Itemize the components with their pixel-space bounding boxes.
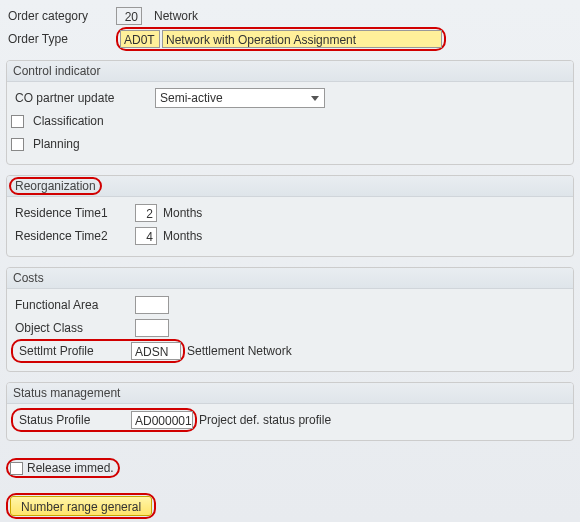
number-range-highlight: Number range general <box>6 493 156 519</box>
number-range-row: Number range general <box>4 495 576 517</box>
classification-label: Classification <box>29 114 104 128</box>
number-range-button[interactable]: Number range general <box>10 496 152 516</box>
settlmt-profile-value[interactable]: ADSN <box>131 342 181 360</box>
settlmt-profile-desc: Settlement Network <box>187 344 292 358</box>
order-type-label: Order Type <box>4 32 116 46</box>
status-profile-highlight: Status Profile AD000001 <box>11 408 197 432</box>
res2-unit: Months <box>163 229 202 243</box>
group-title-costs: Costs <box>7 268 573 289</box>
order-type-desc[interactable]: Network with Operation Assignment <box>162 30 442 48</box>
res1-unit: Months <box>163 206 202 220</box>
planning-label: Planning <box>29 137 80 151</box>
functional-area-label: Functional Area <box>11 298 135 312</box>
release-immed-row: Release immed. <box>4 457 576 479</box>
object-class-value[interactable] <box>135 319 169 337</box>
order-category-label: Order category <box>4 9 116 23</box>
group-status-mgmt: Status management Status Profile AD00000… <box>6 382 574 441</box>
status-profile-value[interactable]: AD000001 <box>131 411 193 429</box>
release-immed-checkbox[interactable] <box>10 462 23 475</box>
res1-value[interactable]: 2 <box>135 204 157 222</box>
res2-label: Residence Time2 <box>11 229 135 243</box>
co-partner-select[interactable]: Semi-active <box>155 88 325 108</box>
group-reorganization: Reorganization Residence Time1 2 Months … <box>6 175 574 257</box>
group-title-status-mgmt: Status management <box>7 383 573 404</box>
res1-label: Residence Time1 <box>11 206 135 220</box>
group-control-indicator: Control indicator CO partner update Semi… <box>6 60 574 165</box>
order-category-row: Order category 20 Network <box>4 5 576 27</box>
release-immed-highlight: Release immed. <box>6 458 120 478</box>
order-category-desc: Network <box>154 9 198 23</box>
res2-value[interactable]: 4 <box>135 227 157 245</box>
co-partner-label: CO partner update <box>11 91 155 105</box>
settlmt-profile-highlight: Settlmt Profile ADSN <box>11 339 185 363</box>
order-type-highlight: AD0T Network with Operation Assignment <box>116 27 446 51</box>
order-type-row: Order Type AD0T Network with Operation A… <box>4 28 576 50</box>
group-costs: Costs Functional Area Object Class Settl… <box>6 267 574 372</box>
order-category-value: 20 <box>116 7 142 25</box>
release-immed-label: Release immed. <box>25 461 116 475</box>
functional-area-value[interactable] <box>135 296 169 314</box>
group-title-reorganization: Reorganization <box>7 176 573 197</box>
planning-checkbox[interactable] <box>11 138 24 151</box>
object-class-label: Object Class <box>11 321 135 335</box>
group-title-control-indicator: Control indicator <box>7 61 573 82</box>
status-profile-desc: Project def. status profile <box>199 413 331 427</box>
order-type-value[interactable]: AD0T <box>120 30 160 48</box>
settlmt-profile-label: Settlmt Profile <box>15 344 131 358</box>
status-profile-label: Status Profile <box>15 413 131 427</box>
classification-checkbox[interactable] <box>11 115 24 128</box>
